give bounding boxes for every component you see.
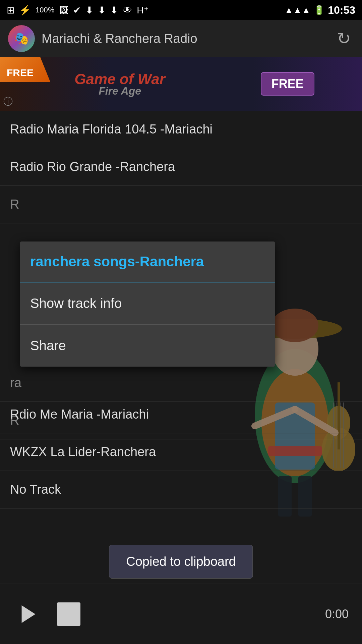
usb-icon: ⚡ <box>19 5 31 16</box>
ad-free-right: FREE <box>261 72 314 96</box>
ad-banner[interactable]: FREE Game of War Fire Age FREE ⓘ <box>0 57 362 111</box>
battery-icon: 🔋 <box>314 5 324 15</box>
avatar-emoji: 🎭 <box>14 32 29 46</box>
main-content: FREE Game of War Fire Age FREE ⓘ Radio M… <box>0 57 362 584</box>
radio-name: Rdio Me Maria -Mariachi <box>10 407 149 421</box>
radio-name-partial: ra <box>10 376 21 390</box>
download-icon1: ⬇ <box>85 5 93 16</box>
clock: 10:53 <box>328 4 355 16</box>
toast-copied: Copied to clipboard <box>109 545 253 579</box>
radio-name: Radio Maria Florida 104.5 -Mariachi <box>10 122 213 136</box>
download-icon2: ⬇ <box>98 5 106 16</box>
list-item[interactable]: WKZX La Lider-Ranchera <box>0 433 362 471</box>
refresh-button[interactable]: ↻ <box>334 29 354 49</box>
list-item[interactable]: R <box>0 186 362 223</box>
signal-booster-icon: H⁺ <box>137 5 148 16</box>
battery-100-icon: 100% <box>36 6 54 14</box>
ad-free-left: FREE <box>0 57 50 82</box>
status-bar: ⊞ ⚡ 100% 🖼 ✔ ⬇ ⬇ ⬇ 👁 H⁺ ▲▲▲ 🔋 10:53 <box>0 0 362 20</box>
player-controls <box>13 599 80 629</box>
show-track-info-button[interactable]: Show track info <box>20 282 275 325</box>
check-icon: ✔ <box>73 5 81 16</box>
list-item[interactable]: Radio Rio Grande -Ranchera <box>0 148 362 186</box>
player-time: 0:00 <box>325 607 349 621</box>
ad-banner-inner: FREE Game of War Fire Age FREE <box>0 57 362 111</box>
app-header: 🎭 Mariachi & Ranchera Radio ↻ <box>0 20 362 57</box>
ad-title: Game of War Fire Age <box>74 71 165 97</box>
context-menu: ranchera songs-Ranchera Show track info … <box>20 241 275 367</box>
context-menu-title: ranchera songs-Ranchera <box>20 241 275 282</box>
share-button[interactable]: Share <box>20 325 275 367</box>
radio-name: No Track <box>10 482 61 496</box>
list-item[interactable]: Radio Maria Florida 104.5 -Mariachi <box>0 111 362 148</box>
add-icon: ⊞ <box>7 5 14 16</box>
refresh-icon: ↻ <box>337 29 351 48</box>
download-icon3: ⬇ <box>110 5 118 16</box>
share-label: Share <box>30 338 66 353</box>
status-bar-right: ▲▲▲ 🔋 10:53 <box>285 4 355 16</box>
eye-icon: 👁 <box>123 5 132 16</box>
radio-name: Radio Rio Grande -Ranchera <box>10 160 175 174</box>
radio-name: WKZX La Lider-Ranchera <box>10 445 156 459</box>
signal-icon: ▲▲▲ <box>285 5 310 15</box>
show-track-info-label: Show track info <box>30 296 122 311</box>
ad-info-icon: ⓘ <box>3 95 13 108</box>
app-title: Mariachi & Ranchera Radio <box>42 32 327 46</box>
svg-marker-18 <box>22 605 36 623</box>
player-bar: 0:00 <box>0 584 362 644</box>
status-bar-left: ⊞ ⚡ 100% 🖼 ✔ ⬇ ⬇ ⬇ 👁 H⁺ <box>7 5 149 16</box>
toast-message: Copied to clipboard <box>126 554 236 569</box>
play-icon <box>17 602 40 626</box>
play-button[interactable] <box>13 599 44 629</box>
svg-point-5 <box>272 309 318 342</box>
image-icon: 🖼 <box>59 5 68 16</box>
stop-button[interactable] <box>57 602 80 626</box>
list-item[interactable]: No Track <box>0 471 362 508</box>
list-item[interactable]: Rdio Me Maria -Mariachi <box>0 396 362 433</box>
radio-name-partial: R <box>10 197 19 211</box>
avatar: 🎭 <box>8 25 35 52</box>
